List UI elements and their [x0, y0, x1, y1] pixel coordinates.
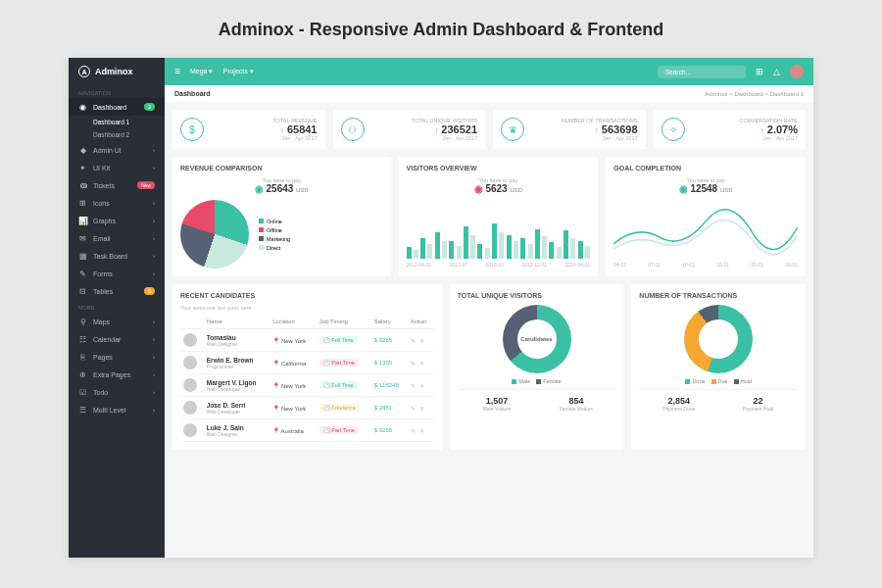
revenue-legend: OnlineOfflineMarketingDirect — [259, 219, 290, 251]
grid-icon[interactable]: ⊞ — [756, 67, 763, 76]
nav-badge: 8 — [144, 287, 155, 295]
chevron-right-icon: › — [153, 165, 155, 171]
visitors-donut-chart: Candidates — [503, 305, 571, 373]
nav-icon: 📊 — [78, 217, 87, 225]
edit-icon[interactable]: ✎ — [411, 405, 416, 412]
sidebar-item-task-board[interactable]: ▦Task Board› — [69, 247, 165, 265]
nav-icon: ⊞ — [78, 199, 87, 208]
sidebar-item-forms[interactable]: ✎Forms› — [69, 265, 165, 282]
candidates-card: RECENT CANDIDATES Your awesome text goes… — [172, 284, 442, 450]
sidebar-item-calendar[interactable]: ☷Calendar› — [69, 330, 165, 348]
goal-title: GOAL COMPLETION — [613, 165, 798, 172]
avatar — [183, 401, 197, 415]
edit-icon[interactable]: ✎ — [411, 337, 416, 344]
nav-icon: ⎘ — [78, 353, 87, 362]
brand-name: Adminox — [95, 67, 133, 76]
hamburger-icon[interactable]: ☰ — [174, 68, 180, 75]
nav-section-label: NAVIGATION — [69, 85, 165, 98]
edit-icon[interactable]: ✎ — [411, 427, 416, 434]
chevron-right-icon: › — [153, 235, 155, 241]
delete-icon[interactable]: ✕ — [419, 382, 424, 389]
sidebar-item-ui-kit[interactable]: ✦UI Kit› — [69, 159, 165, 176]
delete-icon[interactable]: ✕ — [419, 360, 424, 367]
stat-icon: $ — [180, 118, 204, 141]
revenue-value: 25643 — [267, 183, 294, 194]
page-title: Dashboard — [174, 90, 211, 97]
donut1-card: TOTAL UNIQUE VISITORS Candidates MaleFem… — [450, 284, 624, 450]
sidebar-item-extra-pages[interactable]: ⊕Extra Pages› — [69, 366, 165, 383]
sidebar-subitem[interactable]: Dashboard 2 — [69, 128, 165, 141]
page-headline: Adminox - Responsive Admin Dashboard & F… — [219, 20, 663, 40]
delete-icon[interactable]: ✕ — [419, 427, 424, 434]
table-row[interactable]: Erwin E. BrownProgrammer📍 California🕐 Pa… — [180, 352, 434, 374]
edit-icon[interactable]: ✎ — [411, 382, 416, 389]
table-row[interactable]: Margert V. LigonWeb Developer📍 New York🕐… — [180, 374, 434, 397]
goal-line-chart — [613, 200, 798, 259]
sidebar-item-multi-level[interactable]: ☰Multi Level› — [69, 401, 165, 418]
sidebar-item-dashboard[interactable]: ◉Dashboard2 — [69, 98, 165, 116]
nav-icon: ☷ — [78, 335, 87, 344]
chevron-right-icon: › — [153, 218, 155, 223]
bell-icon[interactable]: △ — [773, 67, 780, 76]
chevron-right-icon: › — [153, 371, 155, 377]
revenue-pie-chart — [180, 200, 249, 269]
avatar — [183, 378, 197, 392]
candidates-title: RECENT CANDIDATES — [180, 292, 434, 299]
sidebar-item-pages[interactable]: ⎘Pages› — [69, 348, 165, 366]
revenue-title: REVENUE COMPARISON — [180, 165, 383, 172]
sidebar-item-todo[interactable]: ☑Todo› — [69, 383, 165, 401]
chevron-right-icon: › — [153, 318, 155, 324]
sidebar-item-tickets[interactable]: 🎟TicketsNew — [69, 176, 165, 194]
mega-menu[interactable]: Mega ▾ — [190, 68, 213, 75]
content: $TOTAL REVENUE↑ 65841Jan - Apr 2017⚇TOTA… — [165, 102, 813, 558]
chevron-right-icon: › — [153, 354, 155, 360]
transactions-donut-chart — [684, 305, 753, 373]
chevron-right-icon: › — [153, 389, 155, 395]
stat-card: ⚇TOTAL UNIQUE VISITORS↑ 236521Jan - Apr … — [333, 110, 486, 149]
sidebar-item-tables[interactable]: ⊟Tables8 — [69, 282, 165, 300]
delete-icon[interactable]: ✕ — [419, 337, 424, 344]
avatar — [183, 333, 197, 347]
visitors-card: VISITORS OVERVIEW You have to pay ◉ 5623… — [399, 157, 599, 276]
nav-badge: 2 — [144, 103, 155, 111]
breadcrumb: Dashboard Adminox > Dashboard > Dashboar… — [165, 85, 813, 102]
sidebar-item-maps[interactable]: ⚲Maps› — [69, 313, 165, 330]
visitors-title: VISITORS OVERVIEW — [407, 165, 591, 172]
stat-icon: ✧ — [662, 118, 685, 141]
nav-icon: ☑ — [78, 388, 87, 397]
avatar — [183, 356, 197, 369]
sidebar-item-email[interactable]: ✉Email› — [69, 229, 165, 247]
chevron-right-icon: › — [153, 270, 155, 276]
edit-icon[interactable]: ✎ — [411, 360, 416, 367]
visitors-bar-chart — [407, 200, 591, 259]
revenue-card: REVENUE COMPARISON You have to pay ◉ 256… — [172, 157, 391, 276]
sidebar-item-icons[interactable]: ⊞Icons› — [69, 194, 165, 212]
nav-icon: ✉ — [78, 234, 87, 243]
topbar: ☰ Mega ▾ Projects ▾ Search... ⊞ △ — [165, 58, 813, 85]
delete-icon[interactable]: ✕ — [419, 405, 424, 412]
nav-icon: ⊕ — [78, 370, 87, 379]
stat-icon: ♛ — [501, 118, 524, 141]
logo-icon: A — [78, 66, 90, 77]
chevron-right-icon: › — [153, 336, 155, 342]
avatar — [183, 423, 197, 437]
stat-card: $TOTAL REVENUE↑ 65841Jan - Apr 2017 — [172, 110, 325, 149]
user-avatar[interactable] — [790, 65, 804, 78]
table-row[interactable]: Luke J. SainWeb Designer📍 Australia🕐 Par… — [180, 419, 434, 442]
brand-logo[interactable]: A Adminox — [69, 58, 165, 85]
visitors-value: 5623 — [485, 183, 507, 194]
nav-section-more: MORE — [69, 300, 165, 313]
table-row[interactable]: TomaslauWeb Designer📍 New York🕐 Full Tim… — [180, 329, 434, 352]
chevron-right-icon: › — [153, 147, 155, 153]
sidebar-subitem[interactable]: Dashboard 1 — [69, 116, 165, 128]
sidebar-item-admin-ui[interactable]: ◆Admin UI› — [69, 141, 165, 159]
search-input[interactable]: Search... — [658, 66, 746, 78]
projects-menu[interactable]: Projects ▾ — [222, 68, 253, 75]
nav-icon: ✦ — [78, 164, 87, 172]
goal-value: 12548 — [690, 183, 717, 194]
app-window: A Adminox NAVIGATION ◉Dashboard2Dashboar… — [69, 58, 813, 558]
donut2-card: NUMBER OF TRANSACTIONS DoneDueHold 2,854… — [631, 284, 806, 450]
sidebar-item-graphs[interactable]: 📊Graphs› — [69, 212, 165, 229]
table-row[interactable]: Jose D. SerriWeb Developer📍 New York🕐 Fr… — [180, 397, 434, 419]
nav-icon: ◆ — [78, 146, 87, 155]
